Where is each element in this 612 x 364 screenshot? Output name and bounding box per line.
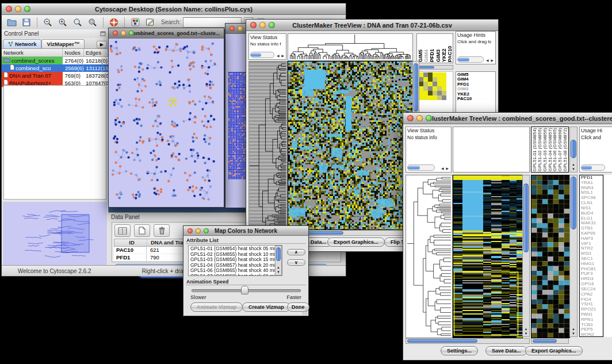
tv1-column-labels-panel[interactable]: GIM5GIM4PFD1GIM3YKE2PAC10: [416, 33, 453, 63]
minimize-button[interactable]: [196, 228, 201, 233]
treeview2-titlebar[interactable]: ClusterMaker TreeView : combined_scores_…: [403, 113, 612, 124]
matrix-cell[interactable]: [442, 95, 446, 100]
minimize-button[interactable]: [238, 26, 243, 31]
tv1-similarity-matrix[interactable]: [419, 72, 446, 100]
close-button[interactable]: [6, 6, 12, 12]
float-panel-icon[interactable]: [100, 31, 106, 36]
scroll-down-arrow[interactable]: ▼: [523, 332, 529, 336]
create-vizmap-button[interactable]: Create Vizmap: [242, 302, 290, 312]
resize-grip[interactable]: [302, 309, 308, 315]
matrix-cell[interactable]: [428, 95, 433, 100]
network1-titlebar[interactable]: combined_scores_good.txt--cluste...: [109, 28, 224, 39]
network-name-cell[interactable]: combined_scores: [2, 57, 63, 64]
scroll-down-arrow[interactable]: ▼: [276, 270, 281, 274]
matrix-cell[interactable]: [419, 72, 423, 77]
scroll-arrows[interactable]: ◀ ▶: [486, 58, 494, 62]
tv2-zoom-heatmap[interactable]: [531, 175, 570, 338]
tv2-settings-button[interactable]: Settings...: [441, 346, 478, 355]
tv1-column-dendrogram[interactable]: [288, 33, 413, 61]
zoom-out-icon[interactable]: [41, 17, 54, 28]
animate-vizmap-button[interactable]: Animate Vizmap: [190, 302, 243, 312]
close-button[interactable]: [230, 26, 235, 31]
close-button[interactable]: [188, 228, 193, 233]
minimize-button[interactable]: [259, 22, 266, 28]
matrix-cell[interactable]: [442, 82, 446, 86]
matrix-cell[interactable]: [442, 77, 446, 82]
matrix-cell[interactable]: [442, 91, 446, 95]
move-up-button[interactable]: ∧: [287, 249, 305, 255]
matrix-cell[interactable]: [433, 82, 437, 86]
scroll-down-arrow[interactable]: ▼: [570, 167, 577, 171]
network-name-cell[interactable]: combined_sco: [2, 64, 63, 72]
matrix-cell[interactable]: [423, 82, 428, 86]
matrix-cell[interactable]: [419, 77, 423, 82]
tv1-column-label[interactable]: GIM3: [435, 35, 441, 62]
tv2-column-label[interactable]: GPL51-03 (GSM856): [542, 128, 548, 171]
minimize-button[interactable]: [416, 115, 423, 121]
treeview1-titlebar[interactable]: ClusterMaker TreeView : DNA and Tran 07-…: [246, 20, 498, 31]
move-down-button[interactable]: ∨: [287, 259, 305, 266]
matrix-cell[interactable]: [433, 91, 437, 95]
network1-canvas[interactable]: [109, 39, 223, 207]
view-status-scrollbar[interactable]: [407, 164, 435, 171]
scroll-up-arrow[interactable]: ▲: [570, 327, 577, 331]
zoom-button[interactable]: [129, 30, 134, 36]
scroll-up-arrow[interactable]: ▲: [523, 327, 529, 331]
matrix-cell[interactable]: [433, 77, 437, 82]
network-table-row[interactable]: combined_sco2569(6)13112(15): [2, 64, 108, 72]
close-button[interactable]: [407, 115, 414, 121]
tv2-zoom-hscrollbar[interactable]: [531, 338, 569, 344]
matrix-cell[interactable]: [419, 82, 423, 86]
id-column-header[interactable]: ID: [114, 239, 147, 246]
matrix-cell[interactable]: [419, 91, 423, 95]
matrix-cell[interactable]: [419, 95, 423, 100]
tv2-zoom-vscrollbar[interactable]: ▲ ▼: [569, 175, 577, 337]
tab-network[interactable]: Network: [3, 39, 41, 48]
help-lifebuoy-icon[interactable]: [108, 17, 120, 28]
matrix-cell[interactable]: [428, 72, 433, 77]
scroll-arrows[interactable]: ◀ ▶: [277, 53, 285, 58]
header-nodes[interactable]: Nodes: [63, 49, 84, 56]
matrix-cell[interactable]: [437, 77, 442, 82]
scroll-down-arrow[interactable]: ▼: [570, 332, 577, 336]
zoom-button[interactable]: [24, 6, 30, 12]
new-attribute-icon[interactable]: [134, 224, 150, 237]
matrix-cell[interactable]: [437, 91, 442, 95]
network-overview-thumbnail[interactable]: [3, 202, 107, 266]
zoom-button[interactable]: [426, 115, 432, 121]
matrix-cell[interactable]: [428, 91, 433, 95]
main-titlebar[interactable]: Cytoscape Desktop (Session Name: collins…: [2, 3, 346, 15]
scroll-arrows[interactable]: ◀ ▶: [441, 166, 449, 170]
matrix-cell[interactable]: [442, 86, 446, 91]
scroll-up-arrow[interactable]: ▲: [570, 163, 577, 167]
tv1-column-label[interactable]: PFD1: [429, 35, 434, 62]
matrix-cell[interactable]: [433, 95, 437, 100]
tv2-row-dendrogram[interactable]: [406, 175, 453, 338]
matrix-cell[interactable]: [437, 86, 442, 91]
network-table-row[interactable]: DNA and Tran 07769(0)183728(0): [2, 72, 108, 79]
tv1-heatmap[interactable]: [288, 61, 413, 230]
view-status-scrollbar[interactable]: [250, 52, 274, 58]
tv1-row-label[interactable]: PAC10: [457, 97, 494, 101]
attribute-select-icon[interactable]: [114, 224, 131, 237]
attribute-listbox[interactable]: GPL51-01 (GSM854) heat shock 05 minGPL51…: [188, 245, 282, 276]
scroll-up-arrow[interactable]: ▲: [276, 266, 281, 270]
tv2-column-labels-panel[interactable]: GPL51-01 (GSM854)GPL51-02 (GSM855)GPL51-…: [531, 127, 569, 173]
vizmap-plugin-icon[interactable]: [129, 17, 141, 28]
zoom-button[interactable]: [269, 22, 275, 28]
zoom-fit-icon[interactable]: [71, 17, 84, 28]
attribute-list-vscrollbar[interactable]: ▲ ▼: [275, 246, 282, 275]
tv2-column-label[interactable]: GPL51-08 (GSM872): [563, 128, 568, 171]
tv1-column-label[interactable]: YKE2: [441, 35, 446, 62]
more-tabs-button[interactable]: ▶: [97, 41, 107, 48]
tv2-export-graphics-button[interactable]: Export Graphics...: [525, 346, 583, 355]
save-session-button[interactable]: [20, 17, 33, 28]
minimize-button[interactable]: [121, 30, 126, 36]
matrix-cell[interactable]: [437, 82, 442, 86]
zoom-selected-icon[interactable]: [86, 17, 99, 28]
matrix-cell[interactable]: [437, 72, 442, 77]
matrix-cell[interactable]: [423, 77, 428, 82]
attribute-list-item[interactable]: GPL51-07 (GSM868) heat shock 60 min: [190, 274, 280, 276]
tab-vizmapper[interactable]: VizMapper™: [41, 39, 85, 48]
open-session-button[interactable]: [5, 17, 18, 28]
